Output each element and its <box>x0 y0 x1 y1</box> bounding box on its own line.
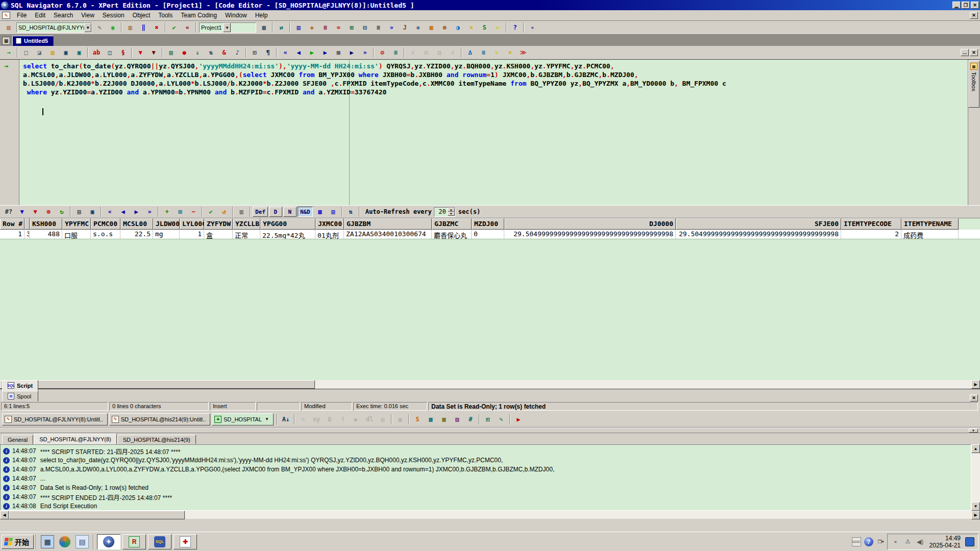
grid-hscrollbar[interactable]: ◀ ▶ <box>0 380 980 389</box>
desc-disabled-icon[interactable]: ✎ <box>297 414 309 425</box>
ddl-disabled-icon[interactable]: dl <box>363 414 376 425</box>
outline-icon[interactable]: ≡ <box>372 22 384 33</box>
stop-exec-icon[interactable]: ■ <box>332 47 345 58</box>
benchmark-icon[interactable]: ◑ <box>452 22 464 33</box>
web-browser-icon[interactable]: ◉ <box>107 22 119 33</box>
spinner-arrows[interactable]: ▲▼ <box>448 208 455 216</box>
output-hscrollbar[interactable]: ◀ ▶ <box>0 511 980 519</box>
foto-disabled-icon[interactable]: ▣ <box>394 414 406 425</box>
document-list-icon[interactable]: ▦ <box>2 37 10 45</box>
describe-icon[interactable]: ✎ <box>93 22 106 33</box>
close-results-button[interactable]: ✕ <box>970 394 978 402</box>
cell[interactable]: 488 <box>30 230 62 239</box>
cell[interactable]: 麝香保心丸 <box>432 230 472 239</box>
browse-icon[interactable]: ▥ <box>235 206 248 217</box>
code-editor[interactable]: select to_char(to_date(yz.QYRQ00||yz.QYS… <box>20 60 968 205</box>
column-header-col1[interactable] <box>24 218 30 230</box>
menu-item-session[interactable]: Session <box>99 11 128 20</box>
filter-mode-d[interactable]: D <box>269 207 282 217</box>
calculator-icon[interactable]: ▦ <box>41 535 54 548</box>
bulb2-icon[interactable]: ¤ <box>504 47 516 58</box>
globe-sphere-icon[interactable] <box>58 535 71 548</box>
duplicate-row-icon[interactable]: ⊞ <box>174 206 186 217</box>
runner-disabled-icon[interactable]: ▶ <box>350 414 362 425</box>
cell[interactable]: 1 <box>0 230 24 239</box>
xy-disabled-icon[interactable]: xy <box>310 414 323 425</box>
step-icon[interactable]: ≡ <box>389 47 402 58</box>
scroll-thumb[interactable] <box>9 380 315 389</box>
exec-disabled-icon[interactable]: ! <box>337 414 349 425</box>
filter-mode-def[interactable]: Def <box>253 207 268 217</box>
scroll-right-icon[interactable]: ▶ <box>971 380 980 389</box>
scroll-down-icon[interactable]: ▼ <box>971 502 980 511</box>
scroll-track[interactable] <box>185 511 971 519</box>
save-grid-icon[interactable]: ▣ <box>86 206 99 217</box>
taskbar-button-sql-database[interactable]: SQL <box>148 534 172 549</box>
column-header-sfje00[interactable]: SFJE00 <box>676 218 841 230</box>
chevron-down-icon[interactable]: ▼ <box>223 23 231 32</box>
paste-disabled-icon[interactable]: ▤ <box>433 47 446 58</box>
start-button[interactable]: 开始 <box>2 535 34 549</box>
scroll-right-icon[interactable]: ▶ <box>971 511 980 519</box>
column-header-ksh000[interactable]: KSH000 <box>30 218 62 230</box>
help-icon[interactable]: ? <box>509 22 521 33</box>
grid-view-icon[interactable]: ▦ <box>314 206 326 217</box>
session-button-2[interactable]: ♣SD_HOSPITAL▼ <box>212 413 274 425</box>
cell[interactable]: mg <box>153 230 180 239</box>
spinner-up-icon[interactable]: ▲ <box>448 208 455 212</box>
column-header-row[interactable]: Row # <box>0 218 24 230</box>
sql-analyzer-icon[interactable]: ≈ <box>332 22 345 33</box>
open-file-icon[interactable]: ▨ <box>46 47 59 58</box>
column-header-dj0000[interactable]: DJ0000 <box>504 218 676 230</box>
grid-options-icon[interactable]: #? <box>3 206 15 217</box>
output-tab-1[interactable]: SD_HOSPITAL@FJLNYY(8) <box>34 434 117 444</box>
cluster-icon[interactable]: # <box>464 414 477 425</box>
chevron-down-icon[interactable]: ▼ <box>265 417 269 421</box>
desktop-monitor-icon[interactable] <box>965 537 974 546</box>
props-icon[interactable]: ✎ <box>495 414 507 425</box>
auto-refresh-value[interactable]: 20 <box>434 208 448 215</box>
filter-down-icon[interactable]: ▼ <box>16 206 28 217</box>
column-header-jldw00[interactable]: JLDW00 <box>153 218 180 230</box>
gear-icon[interactable]: ✱ <box>412 22 424 33</box>
fast-run-icon[interactable]: » <box>385 22 398 33</box>
cell[interactable]: 29.5049999999999999999999999999999999998 <box>504 230 676 239</box>
output-log[interactable]: i14:48:07**** SCRIPT STARTED: 21-四月-2025… <box>0 444 971 511</box>
network-status-icon[interactable]: ⚠ <box>903 537 913 546</box>
output-vscrollbar[interactable]: ▲ ▼ <box>971 444 980 511</box>
rollback-icon[interactable]: « <box>181 22 193 33</box>
chevron-down-icon[interactable]: ▼ <box>84 23 91 32</box>
table-edit-icon[interactable]: ▦ <box>438 414 450 425</box>
connection-icon[interactable]: ▤ <box>3 22 15 33</box>
delete-disabled-icon[interactable]: ✗ <box>447 47 459 58</box>
column-header-mzdj00[interactable]: MZDJ00 <box>472 218 504 230</box>
wallet-icon[interactable]: ▥ <box>124 22 136 33</box>
cell[interactable]: 正常 <box>233 230 260 239</box>
cell[interactable]: 口服 <box>62 230 91 239</box>
post-edit-icon[interactable]: ✔ <box>205 206 217 217</box>
copy-doc-icon[interactable]: ⊡ <box>249 47 261 58</box>
column-header-zyfydw[interactable]: ZYFYDW <box>204 218 233 230</box>
cell[interactable]: 1 <box>180 230 204 239</box>
compare-icon[interactable]: ⇅ <box>205 47 217 58</box>
wizard-icon[interactable]: ✶ <box>526 22 538 33</box>
halt-icon[interactable]: ⊘ <box>376 47 388 58</box>
restore-window-tray-icon[interactable]: ❐▾ <box>876 537 886 546</box>
keyboard-icon[interactable]: ▭▭ <box>852 537 861 546</box>
cell[interactable]: 01丸剂 <box>315 230 344 239</box>
column-header-gjbzbm[interactable]: GJBZBM <box>344 218 432 230</box>
project-select[interactable]: Project1▼ <box>199 22 256 33</box>
menu-item-window[interactable]: Window <box>222 11 251 20</box>
sort-az-icon[interactable]: A↓ <box>280 414 292 425</box>
explain-icon[interactable]: ≡ <box>477 47 489 58</box>
print-icon[interactable]: ▤ <box>73 206 85 217</box>
format-icon[interactable]: ¶ <box>262 47 274 58</box>
sql-log-icon[interactable]: S <box>411 414 424 425</box>
taskbar-button-sql-navigator[interactable]: ✦ <box>97 534 120 549</box>
next-record-icon[interactable]: ▶ <box>346 47 358 58</box>
chevrons-icon[interactable]: » <box>491 47 503 58</box>
cell[interactable]: 22.5 <box>120 230 153 239</box>
revert-edit-icon[interactable]: ↺ <box>218 206 230 217</box>
java-icon[interactable]: J <box>399 22 411 33</box>
filter-mode-n[interactable]: N <box>283 207 297 217</box>
